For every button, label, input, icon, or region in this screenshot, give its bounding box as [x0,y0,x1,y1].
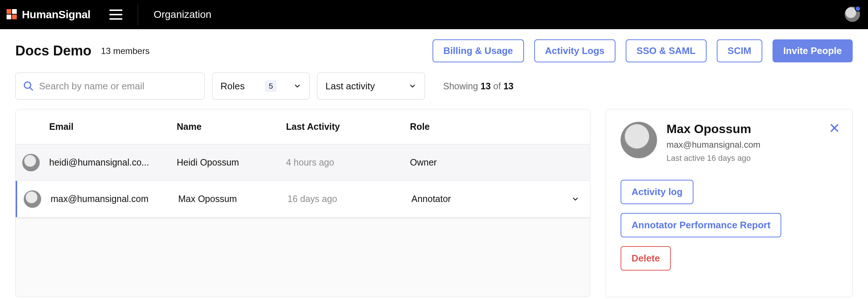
showing-count: Showing 13 of 13 [443,81,513,92]
sort-label: Last activity [325,81,375,92]
member-detail-panel: Max Opossum max@humansignal.com Last act… [606,109,853,297]
col-name: Name [177,121,286,132]
cell-name: Heidi Opossum [177,157,286,168]
role-dropdown-toggle[interactable] [564,195,586,203]
filter-bar: Roles 5 Last activity Showing 13 of 13 [0,66,868,109]
close-panel-button[interactable] [829,123,840,135]
activity-logs-button[interactable]: Activity Logs [534,39,615,62]
sort-dropdown[interactable]: Last activity [317,73,425,100]
chevron-down-icon [571,195,579,203]
col-last-activity: Last Activity [286,121,410,132]
cell-last-activity: 16 days ago [288,194,411,204]
menu-icon[interactable] [109,9,122,20]
svg-rect-1 [12,9,17,14]
table-row[interactable]: max@humansignal.com Max Opossum 16 days … [16,181,590,217]
close-icon [829,123,840,133]
table-row[interactable]: heidi@humansignal.co... Heidi Opossum 4 … [16,144,590,181]
activity-log-button[interactable]: Activity log [621,180,693,204]
detail-actions: Activity log Annotator Performance Repor… [621,180,838,271]
svg-rect-3 [12,15,17,19]
search-input[interactable] [39,81,197,92]
table-header-row: Email Name Last Activity Role [16,109,590,144]
svg-rect-0 [7,9,11,14]
search-icon [23,81,34,92]
members-table: Email Name Last Activity Role heidi@huma… [15,109,590,297]
cell-role: Annotator [411,194,564,204]
roles-filter-dropdown[interactable]: Roles 5 [212,73,310,100]
col-role: Role [410,121,564,132]
topbar: HumanSignal Organization [0,0,868,29]
detail-last-active: Last active 16 days ago [666,154,761,163]
roles-filter-count-badge: 5 [265,80,277,92]
roles-filter-label: Roles [220,81,245,92]
brand-logo-icon [7,9,17,20]
user-avatar[interactable] [845,7,860,22]
brand[interactable]: HumanSignal [7,8,90,21]
cell-email: max@humansignal.com [51,194,178,204]
cell-email: heidi@humansignal.co... [49,157,177,168]
cell-name: Max Opossum [178,194,288,204]
section-title: Organization [153,9,211,20]
cell-role: Owner [410,157,564,168]
col-email: Email [49,121,177,132]
detail-email: max@humansignal.com [666,140,761,150]
billing-usage-button[interactable]: Billing & Usage [433,39,524,62]
page-header: Docs Demo 13 members Billing & Usage Act… [0,29,868,66]
member-count: 13 members [101,46,149,56]
page-title: Docs Demo [15,43,91,59]
avatar [22,154,40,171]
svg-line-5 [30,88,32,90]
cell-last-activity: 4 hours ago [286,157,410,168]
chevron-down-icon [293,82,301,90]
scim-button[interactable]: SCIM [717,39,762,62]
svg-rect-2 [7,15,11,19]
topbar-divider [138,4,138,26]
invite-people-button[interactable]: Invite People [773,39,853,62]
detail-name: Max Opossum [666,122,761,136]
search-box[interactable] [15,73,205,100]
sso-saml-button[interactable]: SSO & SAML [626,39,707,62]
brand-text: HumanSignal [22,8,90,21]
delete-member-button[interactable]: Delete [621,246,671,271]
header-actions: Billing & Usage Activity Logs SSO & SAML… [433,39,853,62]
detail-header: Max Opossum max@humansignal.com Last act… [621,122,838,163]
performance-report-button[interactable]: Annotator Performance Report [621,213,781,237]
avatar [24,190,41,208]
chevron-down-icon [408,82,417,90]
content: Email Name Last Activity Role heidi@huma… [0,109,868,297]
avatar [621,122,657,158]
